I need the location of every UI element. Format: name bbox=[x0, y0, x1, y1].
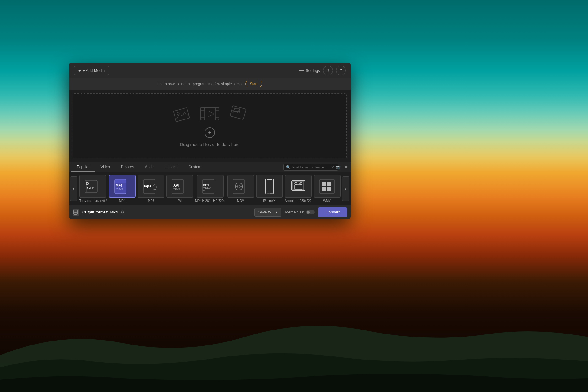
toggle-dot bbox=[307, 211, 310, 214]
search-icon: 🔍 bbox=[286, 165, 291, 169]
help-icon: ? bbox=[340, 68, 342, 73]
share-icon: ⤴ bbox=[327, 68, 329, 73]
svg-rect-31 bbox=[233, 179, 245, 194]
svg-text:VIDEO: VIDEO bbox=[116, 188, 123, 190]
output-format-prefix: Output format: bbox=[82, 210, 108, 214]
menu-icon bbox=[299, 69, 304, 72]
convert-button[interactable]: Convert bbox=[318, 207, 347, 217]
format-icon-wmv bbox=[314, 175, 341, 198]
format-item-android[interactable]: Android - 1280x720 bbox=[285, 175, 312, 202]
add-media-label: + Add Media bbox=[83, 68, 105, 73]
format-item-wmv[interactable]: WMV bbox=[314, 175, 341, 202]
format-item-mp4[interactable]: MP4 VIDEO MP4 bbox=[109, 175, 136, 202]
app-window: + + Add Media Settings ⤴ ? Learn how to … bbox=[69, 63, 351, 219]
format-icon-mp4hd: MP4 VIDEO HD bbox=[197, 175, 224, 198]
svg-text:mp3: mp3 bbox=[144, 184, 151, 188]
format-label-mp4: MP4 bbox=[119, 199, 126, 202]
svg-rect-40 bbox=[266, 181, 273, 191]
start-button[interactable]: Start bbox=[245, 81, 262, 87]
formats-scroll: GIF C Пользовательский * MP4 VIDEO bbox=[79, 175, 341, 202]
svg-rect-42 bbox=[292, 180, 305, 191]
format-icon-android bbox=[285, 175, 312, 198]
format-icon-iphone: iPhone X bbox=[256, 175, 283, 198]
tutorial-text: Learn how to use the program in a few si… bbox=[157, 82, 242, 86]
format-collapse-button[interactable]: ▼ bbox=[344, 165, 348, 170]
plus-icon: + bbox=[78, 68, 81, 73]
format-item-custom[interactable]: GIF C Пользовательский * bbox=[79, 175, 107, 202]
svg-text:iPhone X: iPhone X bbox=[267, 192, 274, 194]
film-icon bbox=[198, 105, 222, 123]
music-icon bbox=[222, 105, 247, 123]
svg-rect-2 bbox=[201, 108, 219, 120]
format-prev-arrow[interactable]: ‹ bbox=[70, 176, 77, 201]
format-label-avi: AVI bbox=[177, 199, 182, 202]
search-camera-icon[interactable]: 📷 bbox=[336, 165, 341, 169]
svg-rect-39 bbox=[267, 179, 272, 180]
format-search-input[interactable] bbox=[292, 165, 329, 169]
svg-text:AVI: AVI bbox=[173, 183, 179, 187]
bottom-bar: MP4 Output format: MP4 ⚙ Save to... ▾ Me… bbox=[69, 205, 351, 219]
format-search-box[interactable]: 🔍 ✕ 📷 bbox=[283, 164, 338, 171]
search-clear-button[interactable]: ✕ bbox=[331, 165, 334, 169]
format-item-iphone[interactable]: iPhone X iPhone X bbox=[256, 175, 283, 202]
format-item-mov[interactable]: MOV bbox=[227, 175, 254, 202]
merge-files-toggle[interactable] bbox=[306, 210, 315, 214]
svg-text:VIDEO: VIDEO bbox=[173, 188, 180, 190]
share-button[interactable]: ⤴ bbox=[323, 66, 333, 75]
add-icon: + bbox=[208, 129, 212, 136]
format-label-mp3: MP3 bbox=[148, 199, 154, 202]
svg-rect-53 bbox=[327, 182, 331, 186]
format-label-iphone: iPhone X bbox=[263, 199, 276, 202]
merge-files-label: Merge files: bbox=[285, 210, 304, 214]
svg-text:HD: HD bbox=[203, 190, 206, 192]
svg-text:MP4: MP4 bbox=[203, 183, 209, 186]
photo-icon bbox=[173, 105, 198, 123]
svg-text:VIDEO: VIDEO bbox=[203, 187, 211, 189]
drop-zone[interactable]: + Drag media files or folders here bbox=[73, 93, 347, 158]
format-tabs-bar: Popular Video Devices Audio Images Custo… bbox=[69, 162, 351, 172]
output-format-value: MP4 bbox=[110, 210, 118, 214]
titlebar-right: Settings ⤴ ? bbox=[299, 66, 346, 75]
format-item-mp3[interactable]: mp3 MP3 bbox=[138, 175, 164, 202]
svg-rect-54 bbox=[322, 187, 326, 191]
settings-button[interactable]: Settings bbox=[299, 68, 320, 73]
add-files-circle-button[interactable]: + bbox=[205, 127, 215, 138]
svg-text:C: C bbox=[86, 183, 88, 185]
merge-files-control: Merge files: bbox=[285, 210, 315, 214]
tab-images[interactable]: Images bbox=[160, 162, 183, 172]
format-next-arrow[interactable]: › bbox=[342, 176, 349, 201]
drag-drop-text: Drag media files or folders here bbox=[180, 142, 239, 147]
tab-video[interactable]: Video bbox=[95, 162, 115, 172]
format-icon-avi: AVI VIDEO bbox=[166, 175, 193, 198]
add-media-button[interactable]: + + Add Media bbox=[74, 66, 109, 75]
tab-custom[interactable]: Custom bbox=[183, 162, 207, 172]
svg-text:GIF: GIF bbox=[87, 185, 94, 190]
svg-point-50 bbox=[300, 183, 301, 183]
bottom-bar-right: Save to... ▾ Merge files: Convert bbox=[254, 207, 347, 217]
format-label-custom: Пользовательский * bbox=[79, 199, 107, 202]
format-item-avi[interactable]: AVI VIDEO AVI bbox=[166, 175, 193, 202]
format-icon-mov bbox=[227, 175, 254, 198]
tutorial-bar: Learn how to use the program in a few si… bbox=[69, 78, 351, 90]
svg-marker-9 bbox=[208, 111, 214, 117]
output-format-icon: MP4 bbox=[73, 209, 79, 216]
output-settings-gear-icon[interactable]: ⚙ bbox=[121, 210, 124, 214]
svg-rect-55 bbox=[327, 187, 331, 191]
save-to-button[interactable]: Save to... ▾ bbox=[254, 208, 282, 217]
output-format-text: Output format: MP4 bbox=[82, 210, 118, 214]
settings-label: Settings bbox=[306, 68, 320, 73]
format-item-mp4hd[interactable]: MP4 VIDEO HD MP4 H.264 - HD 720p bbox=[195, 175, 225, 202]
save-to-label: Save to... bbox=[258, 210, 274, 214]
format-icon-mp3: mp3 bbox=[138, 175, 164, 198]
help-button[interactable]: ? bbox=[336, 66, 346, 75]
hills-silhouette bbox=[0, 270, 588, 392]
svg-rect-51 bbox=[319, 179, 335, 194]
format-label-wmv: WMV bbox=[323, 199, 330, 202]
svg-text:MP4: MP4 bbox=[74, 212, 78, 214]
tab-audio[interactable]: Audio bbox=[140, 162, 160, 172]
format-list-bar: ‹ GIF C Пользовательский * bbox=[69, 172, 351, 205]
tab-devices[interactable]: Devices bbox=[115, 162, 140, 172]
tab-popular[interactable]: Popular bbox=[71, 162, 95, 172]
svg-text:MP4: MP4 bbox=[116, 184, 122, 187]
media-icons-decoration bbox=[173, 105, 247, 123]
